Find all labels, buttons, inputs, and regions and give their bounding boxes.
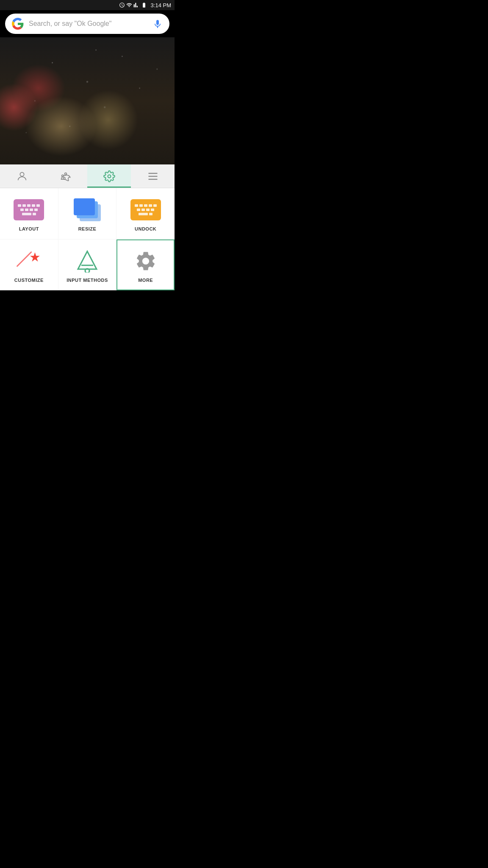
tab-hamburger[interactable] <box>131 164 175 188</box>
customize-label: CUSTOMIZE <box>14 278 44 283</box>
resize-label: RESIZE <box>78 226 97 231</box>
grid-area: LAYOUT RESIZE <box>0 188 175 290</box>
resize-icon-wrap <box>72 198 103 221</box>
signal-icon <box>133 2 139 8</box>
bottom-section: LAYOUT RESIZE <box>0 164 175 290</box>
star-icon: ★ <box>29 251 41 264</box>
google-logo <box>12 18 24 30</box>
svg-point-3 <box>64 172 67 175</box>
svg-marker-8 <box>78 251 97 269</box>
undock-icon-wrap <box>130 198 161 221</box>
status-bar: 3:14 PM <box>0 0 175 10</box>
input-methods-label: INPUT METHODS <box>67 278 108 283</box>
grid-item-resize[interactable]: RESIZE <box>58 188 116 239</box>
svg-point-0 <box>20 172 24 176</box>
undock-label: UNDOCK <box>135 226 156 231</box>
customize-star-icon: ★ <box>15 249 42 273</box>
layout-label: LAYOUT <box>19 226 39 231</box>
layout-icon-wrap <box>14 198 44 221</box>
tab-settings[interactable] <box>87 164 131 188</box>
svg-point-9 <box>85 269 89 273</box>
search-placeholder: Search, or say "Ok Google" <box>29 20 147 28</box>
grid-item-more[interactable]: MORE <box>116 239 175 290</box>
status-time: 3:14 PM <box>151 2 171 8</box>
keyboard-pink-icon <box>14 199 44 220</box>
gear-gray-icon <box>134 250 157 273</box>
alarm-icon <box>119 2 125 8</box>
input-methods-icon-wrap <box>72 250 103 273</box>
tab-person[interactable] <box>0 164 44 188</box>
microphone-icon[interactable] <box>152 19 163 29</box>
wallpaper <box>0 37 175 164</box>
person-icon <box>16 170 28 182</box>
grid-item-customize[interactable]: ★ CUSTOMIZE <box>0 239 58 290</box>
search-bar[interactable]: Search, or say "Ok Google" <box>5 14 169 34</box>
resize-layers-icon <box>74 198 101 221</box>
more-icon-wrap <box>130 250 161 273</box>
grid-item-undock[interactable]: UNDOCK <box>116 188 175 239</box>
palette-icon <box>60 170 72 182</box>
svg-point-4 <box>108 175 111 178</box>
status-icons <box>119 2 147 8</box>
wifi-icon <box>126 2 132 8</box>
tab-theme[interactable] <box>44 164 87 188</box>
grid-item-input-methods[interactable]: INPUT METHODS <box>58 239 116 290</box>
battery-icon <box>141 2 147 8</box>
hamburger-icon <box>147 170 159 182</box>
more-label: MORE <box>138 278 153 283</box>
keyboard-orange-icon <box>130 199 161 220</box>
customize-icon-wrap: ★ <box>14 250 44 273</box>
input-methods-icon <box>75 250 100 273</box>
grid-item-layout[interactable]: LAYOUT <box>0 188 58 239</box>
settings-icon <box>103 170 115 182</box>
tab-bar <box>0 164 175 188</box>
